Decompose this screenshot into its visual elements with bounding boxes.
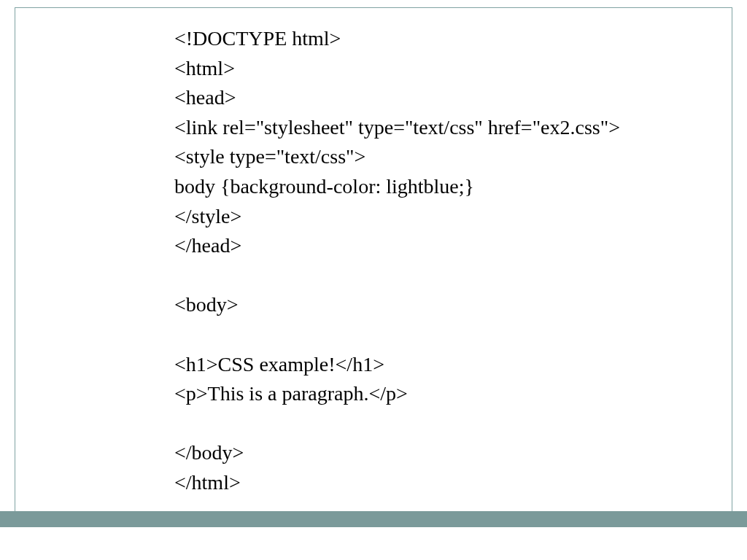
footer-bar — [0, 511, 747, 527]
content-box: <!DOCTYPE html> <html> <head> <link rel=… — [15, 7, 732, 518]
slide: <!DOCTYPE html> <html> <head> <link rel=… — [0, 0, 747, 560]
code-block: <!DOCTYPE html> <html> <head> <link rel=… — [174, 24, 685, 498]
